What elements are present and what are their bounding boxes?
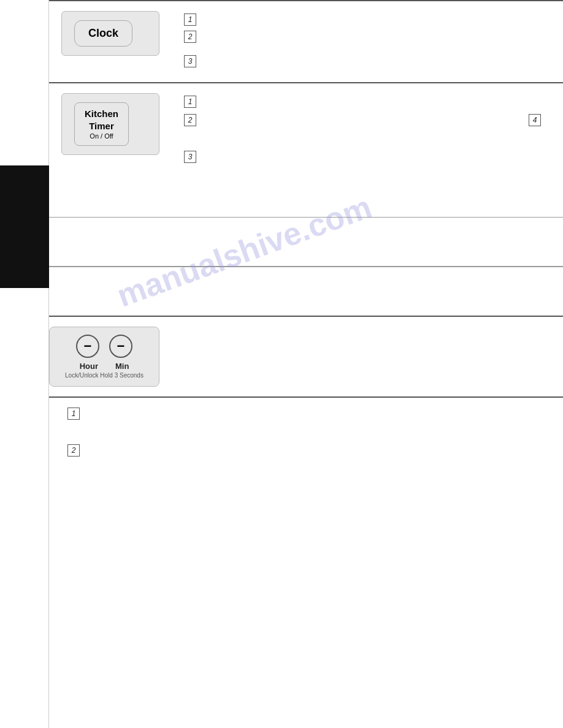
- kitchen-steps: 1 2 4 3: [184, 93, 545, 169]
- blank-section-1: [49, 217, 563, 266]
- bottom-section: 1 2: [49, 396, 563, 472]
- kitchen-step-number-4: 4: [529, 114, 541, 126]
- kitchen-timer-button[interactable]: Kitchen Timer On / Off: [74, 102, 129, 146]
- clock-button[interactable]: Clock: [74, 20, 132, 47]
- clock-step-3-wrapper: 3: [184, 55, 545, 67]
- step-number-3: 3: [184, 55, 196, 67]
- hour-minus-icon: −: [84, 338, 92, 354]
- kitchen-step-2: 2 4: [184, 114, 545, 126]
- step-number-2: 2: [184, 31, 196, 43]
- blank-section-2: [49, 267, 563, 316]
- clock-step-3: 3: [184, 55, 545, 67]
- bottom-step-number-1: 1: [67, 408, 80, 420]
- bottom-step-number-2: 2: [67, 444, 80, 457]
- main-content: Clock 1 2 3 Kitchen Timer: [49, 0, 563, 472]
- step-number-1: 1: [184, 13, 196, 26]
- hour-minus-button[interactable]: −: [76, 335, 99, 358]
- bottom-steps: 1 2: [67, 408, 545, 457]
- kitchen-panel: Kitchen Timer On / Off: [61, 93, 159, 155]
- bottom-step-2: 2: [67, 444, 545, 457]
- lock-sublabel: Lock/Unlock Hold 3 Seconds: [65, 372, 144, 379]
- hour-label: Hour: [80, 362, 98, 371]
- sidebar: [0, 0, 49, 728]
- kitchen-step-1: 1: [184, 96, 545, 108]
- lock-buttons-row: − −: [76, 335, 132, 358]
- kitchen-button-line2: Timer: [89, 121, 114, 131]
- kitchen-button-line1: Kitchen: [85, 108, 118, 119]
- kitchen-step-number-2: 2: [184, 114, 196, 126]
- clock-step-1: 1: [184, 13, 545, 26]
- sidebar-black-block: [0, 165, 49, 288]
- lock-section: − − Hour Min Lock/Unlock Hold 3 Seconds: [49, 316, 563, 396]
- bottom-step-1: 1: [67, 408, 545, 420]
- kitchen-step-3-wrapper: 3: [184, 151, 545, 163]
- kitchen-step-number-3: 3: [184, 151, 196, 163]
- kitchen-step-number-1: 1: [184, 96, 196, 108]
- lock-labels-row: Hour Min: [80, 362, 129, 371]
- clock-panel: Clock: [61, 11, 159, 56]
- lock-panel: − − Hour Min Lock/Unlock Hold 3 Seconds: [49, 327, 159, 387]
- clock-step-2: 2: [184, 31, 545, 43]
- kitchen-step-3: 3: [184, 151, 545, 163]
- min-label: Min: [115, 362, 129, 371]
- min-minus-button[interactable]: −: [109, 335, 132, 358]
- clock-section: Clock 1 2 3: [49, 0, 563, 82]
- kitchen-timer-section: Kitchen Timer On / Off 1 2 4 3: [49, 82, 563, 217]
- clock-steps: 1 2 3: [184, 11, 545, 72]
- kitchen-button-sub: On / Off: [85, 132, 118, 140]
- min-minus-icon: −: [117, 338, 125, 354]
